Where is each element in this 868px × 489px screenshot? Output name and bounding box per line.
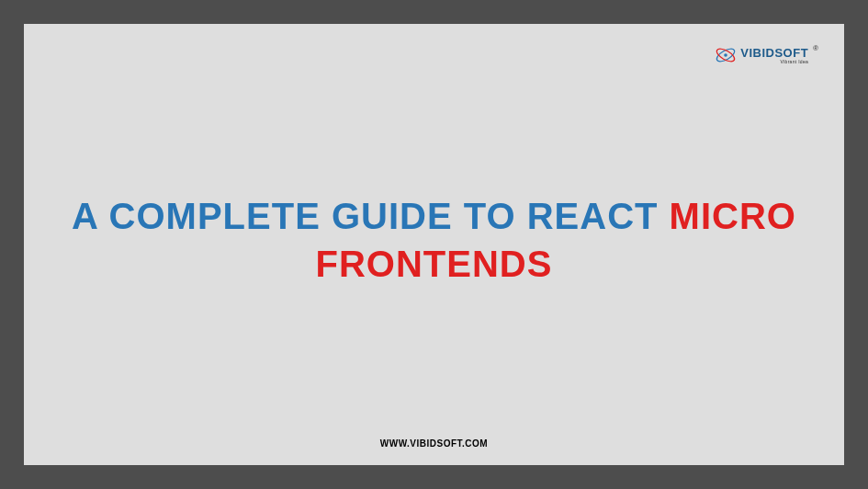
logo-registered: ®: [813, 44, 818, 52]
title-part-blue: A COMPLETE GUIDE TO REACT: [72, 196, 669, 236]
footer-url: WWW.VIBIDSOFT.COM: [24, 438, 844, 449]
logo-tagline: Vibrant Idea: [781, 60, 808, 64]
logo: VIBIDSOFT Vibrant Idea ®: [715, 44, 818, 66]
logo-icon: [715, 44, 737, 66]
slide: VIBIDSOFT Vibrant Idea ® A COMPLETE GUID…: [24, 24, 844, 465]
svg-point-2: [724, 53, 727, 57]
logo-text-wrap: VIBIDSOFT Vibrant Idea: [740, 47, 808, 64]
logo-brand-text: VIBIDSOFT: [740, 47, 808, 59]
main-title: A COMPLETE GUIDE TO REACT MICRO FRONTEND…: [24, 192, 844, 288]
